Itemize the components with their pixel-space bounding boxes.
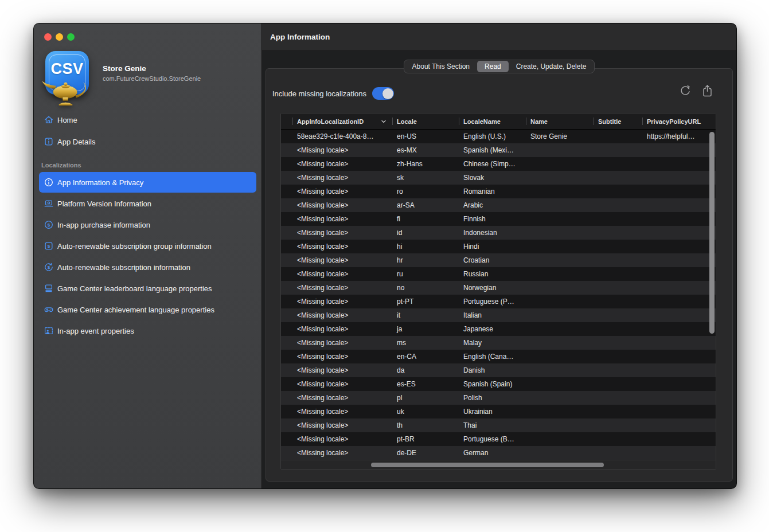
page-title: App Information: [270, 33, 330, 41]
sidebar-item-app-details[interactable]: App Details: [39, 133, 256, 150]
cell-localename: Portuguese (P…: [459, 298, 526, 306]
table-row[interactable]: <Missing locale> uk Ukrainian: [281, 405, 716, 418]
cell-locale: en-US: [392, 132, 459, 140]
sidebar-item-auto-renewable-subscription-group-information[interactable]: $ Auto-renewable subscription group info…: [39, 236, 256, 256]
column-header-appinfolocalizationid[interactable]: AppInfoLocalizationID: [292, 114, 392, 129]
sidebar-item-game-center-leaderboard-language-properties[interactable]: Game Center leaderboard language propert…: [39, 278, 256, 299]
sidebar-item-auto-renewable-subscription-information[interactable]: $ Auto-renewable subscription informatio…: [39, 257, 256, 277]
sidebar-item-label: Platform Version Information: [57, 200, 151, 208]
sidebar-item-label: App Information & Privacy: [57, 178, 143, 187]
cell-locale: es-MX: [392, 146, 459, 154]
vertical-scrollbar-thumb[interactable]: [709, 132, 715, 334]
column-header-empty: [281, 114, 292, 129]
table-row[interactable]: <Missing locale> hi Hindi: [281, 240, 716, 253]
cell-localename: Indonesian: [459, 229, 526, 237]
cell-locale: ar-SA: [392, 201, 459, 209]
info-square-icon: [44, 136, 54, 147]
table-row[interactable]: <Missing locale> pl Polish: [281, 391, 716, 405]
table-row[interactable]: 58eae329-c1fe-400a-8… en-US English (U.S…: [281, 130, 716, 143]
table-row[interactable]: <Missing locale> pt-PT Portuguese (P…: [281, 295, 716, 308]
cell-appinfolocalizationid: <Missing locale>: [292, 435, 392, 443]
sidebar-section-localizations: Localizations: [34, 155, 261, 172]
tab-about-this-section[interactable]: About This Section: [405, 61, 478, 72]
table-row[interactable]: <Missing locale> en-CA English (Cana…: [281, 350, 716, 363]
cell-locale: fi: [392, 215, 459, 223]
sidebar-item-home[interactable]: Home: [39, 111, 256, 128]
cell-appinfolocalizationid: <Missing locale>: [292, 215, 392, 223]
cell-locale: pl: [392, 394, 459, 402]
cell-appinfolocalizationid: <Missing locale>: [292, 449, 392, 457]
sidebar-item-in-app-purchase-information[interactable]: $ In-app purchase information: [39, 214, 256, 235]
cell-localename: Chinese (Simp…: [459, 160, 526, 168]
info-circle-icon: [44, 177, 54, 187]
table-row[interactable]: <Missing locale> sk Slovak: [281, 171, 716, 185]
table-row[interactable]: <Missing locale> hr Croatian: [281, 253, 716, 267]
page-background: CSV: [0, 0, 769, 532]
table-row[interactable]: <Missing locale> id Indonesian: [281, 226, 716, 240]
sidebar-nav: Home App Details Localizations App Infor…: [34, 111, 261, 342]
table-row[interactable]: <Missing locale> es-ES Spanish (Spain): [281, 377, 716, 391]
cell-appinfolocalizationid: <Missing locale>: [292, 421, 392, 429]
table-row[interactable]: <Missing locale> ms Malay: [281, 336, 716, 350]
table-row[interactable]: <Missing locale> zh-Hans Chinese (Simp…: [281, 157, 716, 171]
cell-locale: da: [392, 366, 459, 374]
cell-appinfolocalizationid: <Missing locale>: [292, 339, 392, 347]
minimize-window-button[interactable]: [56, 33, 63, 41]
table-row[interactable]: <Missing locale> th Thai: [281, 418, 716, 432]
include-missing-localizations-row: Include missing localizations: [272, 87, 394, 100]
zoom-window-button[interactable]: [67, 33, 75, 41]
table-header: AppInfoLocalizationID Locale LocaleName …: [281, 114, 716, 130]
cell-locale: sk: [392, 174, 459, 182]
cell-localename: Spanish (Spain): [459, 380, 526, 388]
tab-create-update-delete[interactable]: Create, Update, Delete: [509, 61, 594, 72]
cell-locale: es-ES: [392, 380, 459, 388]
table-row[interactable]: <Missing locale> pt-BR Portuguese (B…: [281, 432, 716, 446]
close-window-button[interactable]: [44, 33, 52, 41]
app-icon: CSV: [42, 50, 95, 103]
svg-text:$: $: [48, 244, 50, 249]
sort-chevron-down-icon: [381, 119, 387, 124]
sidebar-item-in-app-event-properties[interactable]: In-app event properties: [39, 320, 256, 341]
table-row[interactable]: <Missing locale> es-MX Spanish (Mexi…: [281, 143, 716, 157]
cell-name: Store Genie: [526, 132, 594, 140]
share-button[interactable]: [701, 84, 713, 97]
tab-read[interactable]: Read: [477, 61, 509, 72]
cell-appinfolocalizationid: <Missing locale>: [292, 187, 392, 195]
cell-appinfolocalizationid: <Missing locale>: [292, 408, 392, 416]
sidebar-item-label: App Details: [57, 138, 95, 146]
table-row[interactable]: <Missing locale> ro Romanian: [281, 185, 716, 198]
table-body: 58eae329-c1fe-400a-8… en-US English (U.S…: [281, 130, 716, 460]
cell-locale: uk: [392, 408, 459, 416]
column-header-locale[interactable]: Locale: [392, 114, 459, 129]
table-row[interactable]: <Missing locale> it Italian: [281, 308, 716, 322]
cell-appinfolocalizationid: 58eae329-c1fe-400a-8…: [292, 132, 392, 140]
table-row[interactable]: <Missing locale> ru Russian: [281, 267, 716, 281]
dollar-refresh-icon: $: [44, 262, 54, 272]
column-header-privacypolicyurl[interactable]: PrivacyPolicyURL: [642, 114, 717, 129]
include-missing-localizations-toggle[interactable]: [372, 87, 394, 100]
sidebar-item-app-information-privacy[interactable]: App Information & Privacy: [39, 172, 256, 193]
table-row[interactable]: <Missing locale> ar-SA Arabic: [281, 198, 716, 212]
horizontal-scrollbar: [281, 460, 716, 469]
sidebar-item-game-center-achievement-language-properties[interactable]: Game Center achievement language propert…: [39, 299, 256, 320]
cell-appinfolocalizationid: <Missing locale>: [292, 229, 392, 237]
refresh-button[interactable]: [679, 84, 692, 97]
table-row[interactable]: <Missing locale> no Norwegian: [281, 281, 716, 295]
sidebar-item-platform-version-information[interactable]: Platform Version Information: [39, 193, 256, 214]
cell-localename: English (Cana…: [459, 353, 526, 361]
cell-locale: ru: [392, 270, 459, 278]
game-controller-icon: [44, 304, 54, 315]
table-row[interactable]: <Missing locale> ja Japanese: [281, 322, 716, 336]
column-header-localename[interactable]: LocaleName: [459, 114, 526, 129]
cell-locale: zh-Hans: [392, 160, 459, 168]
cell-localename: Italian: [459, 311, 526, 319]
cell-locale: hi: [392, 242, 459, 251]
cell-localename: Croatian: [459, 256, 526, 264]
cell-appinfolocalizationid: <Missing locale>: [292, 160, 392, 168]
table-row[interactable]: <Missing locale> de-DE German: [281, 446, 716, 460]
table-row[interactable]: <Missing locale> fi Finnish: [281, 212, 716, 226]
column-header-subtitle[interactable]: Subtitle: [594, 114, 642, 129]
column-header-name[interactable]: Name: [526, 114, 594, 129]
table-row[interactable]: <Missing locale> da Danish: [281, 363, 716, 377]
horizontal-scrollbar-thumb[interactable]: [371, 463, 604, 467]
